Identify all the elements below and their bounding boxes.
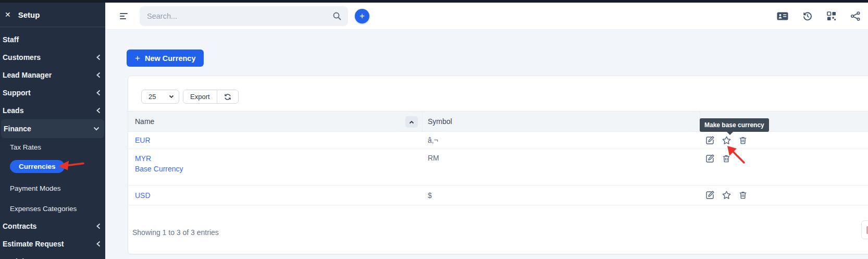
sidebar-item-label: Currencies (10, 160, 65, 173)
row-actions (700, 190, 868, 200)
sidebar-item[interactable]: Staff (0, 31, 105, 48)
sidebar-item[interactable]: Tax Rates (0, 138, 105, 156)
sidebar-item[interactable]: Payment Modes (0, 177, 105, 200)
app-window: ✕ Setup Staff Customers (0, 0, 868, 259)
table-info: Showing 1 to 3 of 3 entries (128, 205, 868, 237)
plus-icon: + (135, 54, 140, 63)
name-cell: MYR Base Currency (128, 154, 423, 174)
chevron-down-icon (93, 127, 100, 131)
delete-icon[interactable] (738, 135, 748, 145)
menu-toggle-icon[interactable] (120, 13, 128, 19)
currency-name-link[interactable]: MYR (135, 154, 423, 163)
apps-grid-icon[interactable] (827, 11, 836, 21)
symbol-cell: $ (423, 191, 700, 200)
edit-icon[interactable] (705, 190, 715, 200)
refresh-button[interactable] (217, 90, 238, 103)
sidebar-item[interactable]: Estimate Request (0, 235, 105, 253)
sidebar-item-label: Leads (3, 106, 23, 115)
sidebar-item-label: Tax Rates (10, 143, 41, 151)
share-icon[interactable] (850, 11, 861, 21)
delete-icon[interactable] (738, 190, 748, 200)
global-search (140, 6, 348, 26)
symbol-cell: RM (423, 154, 700, 162)
sidebar-item[interactable]: Lead Manager (0, 66, 105, 84)
base-currency-link[interactable]: Base Currency (135, 164, 423, 174)
sidebar-item-label: Staff (3, 35, 19, 44)
sidebar-item[interactable]: Expenses Categories (0, 200, 105, 217)
setup-sidebar: ✕ Setup Staff Customers (0, 3, 105, 259)
sidebar-item-label: Contracts (3, 222, 36, 230)
chevron-left-icon (96, 54, 101, 60)
sidebar-header: ✕ Setup (0, 3, 105, 27)
sidebar-item[interactable]: Modules (0, 253, 105, 259)
sidebar-item-label: Payment Modes (10, 184, 61, 192)
new-currency-button[interactable]: + New Currency (127, 50, 204, 67)
sidebar-item[interactable]: Contracts (0, 217, 105, 235)
currency-name-link[interactable]: EUR (135, 135, 423, 145)
symbol-cell: â,¬ (423, 136, 700, 144)
table-controls: 25 Export (141, 90, 239, 104)
make-base-currency-star-icon[interactable] (722, 190, 731, 200)
sidebar-title: Setup (18, 10, 40, 19)
sidebar-item-label: Support (3, 89, 31, 97)
table-body: EUR â,¬ (128, 132, 868, 205)
close-icon[interactable]: ✕ (5, 10, 11, 19)
table-row: EUR â,¬ (128, 132, 868, 149)
make-base-currency-tooltip: Make base currency (700, 118, 769, 132)
sidebar-item[interactable]: Support (0, 84, 105, 102)
table-row: USD $ (128, 186, 868, 205)
chevron-left-icon (96, 241, 101, 247)
table-row: MYR Base Currency RM (128, 149, 868, 186)
edit-icon[interactable] (705, 154, 715, 164)
sidebar-item-label: Estimate Request (3, 240, 64, 248)
topbar-icon-group (777, 11, 868, 21)
make-base-currency-star-icon[interactable] (722, 135, 731, 145)
name-cell: USD (128, 191, 423, 200)
sidebar-item-label: Lead Manager (3, 71, 52, 79)
sidebar-nav: Staff Customers Le (0, 27, 105, 259)
currencies-card: 25 Export Name (128, 76, 868, 254)
sidebar-item[interactable]: Customers (0, 48, 105, 66)
export-button-group: Export (183, 90, 239, 104)
page-length-select[interactable]: 25 (141, 90, 179, 104)
sidebar-item-label: Expenses Categories (10, 205, 77, 213)
sidebar-item[interactable]: Currencies (0, 156, 105, 177)
chevron-left-icon (96, 223, 101, 229)
top-navbar: + (105, 3, 868, 30)
history-icon[interactable] (802, 11, 813, 21)
name-cell: EUR (128, 135, 423, 145)
column-header-name[interactable]: Name (128, 112, 423, 131)
chevron-left-icon (96, 90, 101, 96)
select-chevron-down-icon (169, 95, 174, 98)
page-length-value: 25 (148, 93, 156, 101)
quick-add-button[interactable]: + (355, 9, 369, 23)
contact-card-icon[interactable] (777, 12, 788, 20)
sort-ascending-button[interactable] (405, 116, 418, 128)
pagination-previous-button-partial[interactable] (861, 220, 868, 239)
row-actions (700, 135, 868, 145)
chevron-left-icon (96, 107, 101, 114)
sidebar-item-label: Finance (4, 125, 31, 133)
sidebar-item-label: Customers (3, 53, 41, 61)
delete-icon[interactable] (722, 154, 731, 164)
export-button[interactable]: Export (183, 90, 217, 103)
row-actions (700, 154, 868, 164)
new-currency-label: New Currency (145, 54, 196, 63)
sidebar-item[interactable]: Leads (0, 102, 105, 119)
edit-icon[interactable] (705, 135, 715, 145)
currency-name-link[interactable]: USD (135, 191, 423, 200)
search-input[interactable] (140, 12, 348, 20)
sidebar-item[interactable]: Finance (1, 119, 104, 138)
chevron-left-icon (96, 72, 101, 78)
search-icon[interactable] (332, 11, 342, 23)
column-header-symbol[interactable]: Symbol (423, 112, 700, 131)
